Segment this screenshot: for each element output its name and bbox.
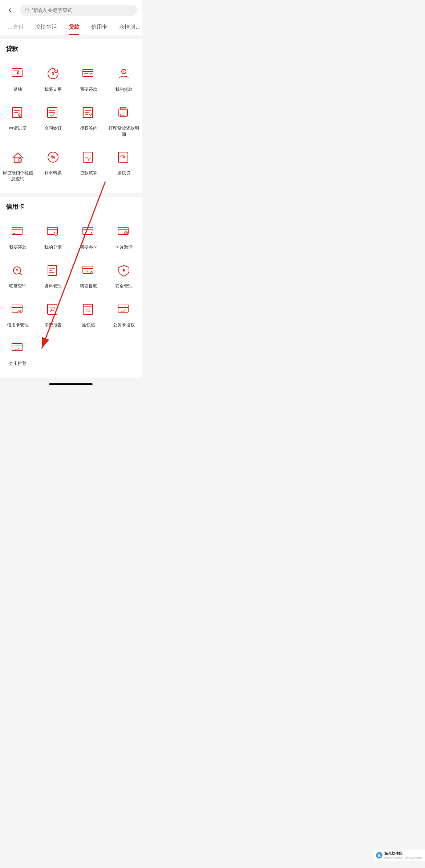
svg-text:¥: ¥ <box>87 158 90 162</box>
svg-point-73 <box>123 269 125 272</box>
cc-gongwu-label: 公务卡授权 <box>113 322 135 328</box>
credit-item-jihuo[interactable]: 卡片激活 <box>106 217 142 256</box>
cc-huan-icon <box>8 222 28 241</box>
wodedaikuan-label: 我的贷款 <box>115 86 133 93</box>
tab-daikuan[interactable]: 贷款 <box>63 19 85 35</box>
loan-item-woyaozhi[interactable]: ¥ 我要支用 <box>36 59 71 98</box>
loan-item-wodedaikuan[interactable]: ¥ 我的贷款 <box>106 59 142 98</box>
cc-edu-label: 额度查询 <box>9 283 27 289</box>
cc-jihuo-label: 卡片激活 <box>115 244 133 250</box>
credit-section-title: 信用卡 <box>0 197 142 214</box>
shouquan-label: 授权签约 <box>80 125 97 131</box>
credit-item-anquan[interactable]: 安全管理 <box>106 256 142 294</box>
credit-icon-grid: 我要还款 我的分期 <box>0 214 142 378</box>
loan-item-shenqing[interactable]: 申请进度 <box>0 98 36 143</box>
credit-item-yukuaijie[interactable]: 借 渝快借 <box>71 294 106 333</box>
credit-item-edu[interactable]: ¥ 额度查询 <box>0 256 36 294</box>
loan-item-yukuaidai[interactable]: ¥ 渝快贷 <box>106 142 142 187</box>
shenqing-label: 申请进度 <box>9 125 27 131</box>
loan-section-title: 贷款 <box>0 39 142 56</box>
credit-item-gongwu[interactable]: 公务卡授权 <box>106 294 142 333</box>
cc-yukuaijie-icon: 借 <box>79 299 98 319</box>
dayin-icon <box>114 103 134 122</box>
svg-text:¥: ¥ <box>86 270 88 273</box>
empty-cell-2 <box>71 333 106 372</box>
tab-xinyongka[interactable]: 信用卡 <box>85 19 113 35</box>
back-button[interactable] <box>4 4 16 16</box>
woyaohuan-icon <box>79 64 98 83</box>
svg-line-35 <box>21 162 22 162</box>
cc-jihuo-icon <box>114 222 134 241</box>
loan-item-fangdai[interactable]: 房贷抵扣个税信息查询 <box>0 142 36 187</box>
empty-cell-3 <box>106 333 142 372</box>
cc-tuijian-icon <box>8 338 28 358</box>
fangdai-icon <box>8 147 28 167</box>
tab-yukuai[interactable]: 渝快生活 <box>29 19 63 35</box>
loan-item-daikuanshi[interactable]: ¥ 贷款试算 <box>71 142 106 187</box>
credit-item-huan[interactable]: 我要还款 <box>0 217 36 256</box>
jieqian-icon: ¥ <box>8 64 28 83</box>
loan-item-dayin[interactable]: 打印贷款还款明细 <box>106 98 142 143</box>
loan-section: 贷款 ¥ 借钱 ¥ <box>0 39 142 193</box>
svg-rect-58 <box>118 227 128 235</box>
fangdai-label: 房贷抵扣个税信息查询 <box>1 170 34 182</box>
cc-ziliao-icon <box>43 261 63 280</box>
svg-text:¥: ¥ <box>16 269 18 273</box>
cc-tuijian-label: 办卡推荐 <box>9 360 27 367</box>
cc-guanli-icon <box>8 299 28 319</box>
cc-anquan-label: 安全管理 <box>115 283 133 289</box>
cc-yukuaijie-label: 渝快借 <box>82 322 95 328</box>
shouquan-icon <box>79 103 98 122</box>
cc-tiquan-label: 我要提额 <box>80 283 97 289</box>
bottom-home-indicator <box>49 383 93 385</box>
tabs-bar: …支付 渝快生活 贷款 信用卡 亲情服… <box>0 19 142 35</box>
credit-item-xiaofei[interactable]: ¥ 消费报告 <box>36 294 71 333</box>
lilv-icon: % <box>43 147 63 167</box>
cc-ban-label: 我要办卡 <box>80 244 97 250</box>
daikuanshi-icon: ¥ <box>79 147 98 167</box>
woyaohuan-label: 我要还款 <box>80 86 97 93</box>
credit-item-fenqi[interactable]: 我的分期 <box>36 217 71 256</box>
svg-line-1 <box>28 11 29 12</box>
tab-qinqing[interactable]: 亲情服… <box>113 19 142 35</box>
credit-item-tiquan[interactable]: ¥ 我要提额 <box>71 256 106 294</box>
shenqing-icon <box>8 103 28 122</box>
cc-tiquan-icon: ¥ <box>79 261 98 280</box>
svg-text:¥: ¥ <box>123 70 125 73</box>
credit-item-guanli[interactable]: 信用卡管理 <box>0 294 36 333</box>
lilv-label: 利率转换 <box>44 170 62 176</box>
cc-ziliao-label: 资料管理 <box>44 283 62 289</box>
daikuanshi-label: 贷款试算 <box>80 170 97 176</box>
yukuaidai-icon: ¥ <box>114 147 134 167</box>
yukuaidai-label: 渝快贷 <box>117 170 130 176</box>
loan-icon-grid: ¥ 借钱 ¥ 我要支用 <box>0 56 142 193</box>
dayin-label: 打印贷款还款明细 <box>108 125 141 138</box>
svg-text:借: 借 <box>86 308 90 312</box>
cc-guanli-label: 信用卡管理 <box>7 322 29 328</box>
cc-fenqi-label: 我的分期 <box>44 244 62 250</box>
svg-line-65 <box>20 273 22 275</box>
loan-item-hetong[interactable]: 合同签订 <box>36 98 71 143</box>
cc-edu-icon: ¥ <box>8 261 28 280</box>
cc-xiaofei-icon: ¥ <box>43 299 63 319</box>
loan-item-woyaohuan[interactable]: 我要还款 <box>71 59 106 98</box>
credit-item-tuijian[interactable]: 办卡推荐 <box>0 333 36 372</box>
hetong-label: 合同签订 <box>44 125 62 131</box>
search-icon <box>25 7 30 13</box>
loan-item-lilv[interactable]: % 利率转换 <box>36 142 71 187</box>
hetong-icon <box>43 103 63 122</box>
tab-zhifu[interactable]: …支付 <box>1 19 29 35</box>
cc-huan-label: 我要还款 <box>9 244 27 250</box>
search-input[interactable] <box>32 7 132 13</box>
search-bar[interactable] <box>20 5 137 16</box>
loan-item-shouquan[interactable]: 授权签约 <box>71 98 106 143</box>
credit-item-ziliao[interactable]: 资料管理 <box>36 256 71 294</box>
svg-rect-10 <box>83 69 93 77</box>
loan-item-jieqian[interactable]: ¥ 借钱 <box>0 59 36 98</box>
cc-fenqi-icon <box>43 222 63 241</box>
woyaozhi-icon: ¥ <box>43 64 63 83</box>
cc-ban-icon <box>79 222 98 241</box>
cc-anquan-icon <box>114 261 134 280</box>
credit-item-ban[interactable]: 我要办卡 <box>71 217 106 256</box>
cc-gongwu-icon <box>114 299 134 319</box>
